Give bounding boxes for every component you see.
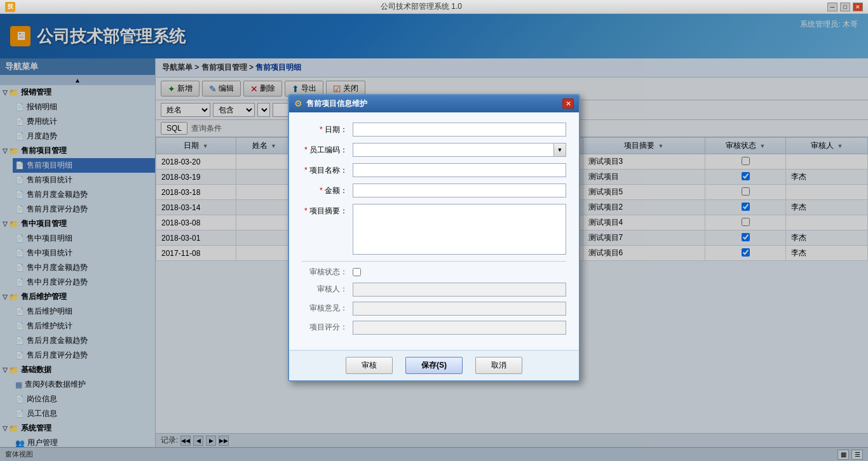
modal-close-button[interactable]: ✕ <box>562 98 574 109</box>
minimize-btn[interactable]: ─ <box>827 3 837 11</box>
modal-icon: ⚙ <box>294 98 302 109</box>
window-title: 公司技术部管理系统 1.0 <box>15 1 827 12</box>
title-bar: 技 公司技术部管理系统 1.0 ─ □ ✕ <box>0 0 868 14</box>
audit-button[interactable]: 审核 <box>346 357 393 374</box>
empcode-label: * 员工编码： <box>302 143 353 156</box>
save-button[interactable]: 保存(S) <box>405 357 463 374</box>
audit-status-checkbox[interactable] <box>353 268 361 276</box>
audit-row-comment: 审核意见： <box>302 302 566 316</box>
audit-status-label: 审核状态： <box>302 267 353 277</box>
form-row-empcode: * 员工编码： ▼ <box>302 143 566 157</box>
maximize-btn[interactable]: □ <box>840 3 850 11</box>
audit-row-rating: 项目评分： <box>302 321 566 335</box>
empcode-dropdown-btn[interactable]: ▼ <box>553 143 566 157</box>
form-row-summary: * 项目摘要： <box>302 204 566 255</box>
form-row-amount: * 金额： <box>302 184 566 197</box>
audit-row-auditor: 审核人： <box>302 283 566 297</box>
modal-title-left: ⚙ 售前项目信息维护 <box>294 98 367 109</box>
modal-footer: 审核 保存(S) 取消 <box>289 350 579 380</box>
auditor-input[interactable] <box>353 283 566 297</box>
empcode-input[interactable] <box>353 143 553 157</box>
window-controls: ─ □ ✕ <box>827 3 863 11</box>
audit-comment-input[interactable] <box>353 302 566 316</box>
amount-label: * 金额： <box>302 184 353 196</box>
rating-input[interactable] <box>353 321 566 335</box>
app-icon: 技 <box>5 2 15 12</box>
rating-label: 项目评分： <box>302 322 353 333</box>
cancel-button[interactable]: 取消 <box>475 357 522 374</box>
date-input[interactable] <box>353 123 566 137</box>
summary-label: * 项目摘要： <box>302 204 353 217</box>
summary-input[interactable] <box>353 204 566 255</box>
form-row-project: * 项目名称： <box>302 163 566 177</box>
modal-title: 售前项目信息维护 <box>306 98 367 109</box>
modal-titlebar: ⚙ 售前项目信息维护 ✕ <box>289 95 579 112</box>
audit-row-status: 审核状态： <box>302 267 566 277</box>
project-input[interactable] <box>353 163 566 177</box>
modal-body: * 日期： * 员工编码： ▼ * 项 <box>289 112 579 350</box>
amount-input[interactable] <box>353 184 566 197</box>
audit-section: 审核状态： 审核人： 审核意见： 项目评分： <box>302 261 566 335</box>
close-btn[interactable]: ✕ <box>853 3 863 11</box>
modal-overlay: ⚙ 售前项目信息维护 ✕ * 日期： * 员工编码： <box>0 14 868 461</box>
form-row-date: * 日期： <box>302 123 566 137</box>
project-label: * 项目名称： <box>302 163 353 176</box>
date-label: * 日期： <box>302 123 353 135</box>
audit-comment-label: 审核意见： <box>302 303 353 314</box>
empcode-field-wrapper: ▼ <box>353 143 566 157</box>
auditor-label: 审核人： <box>302 284 353 295</box>
modal-dialog: ⚙ 售前项目信息维护 ✕ * 日期： * 员工编码： <box>288 94 580 382</box>
